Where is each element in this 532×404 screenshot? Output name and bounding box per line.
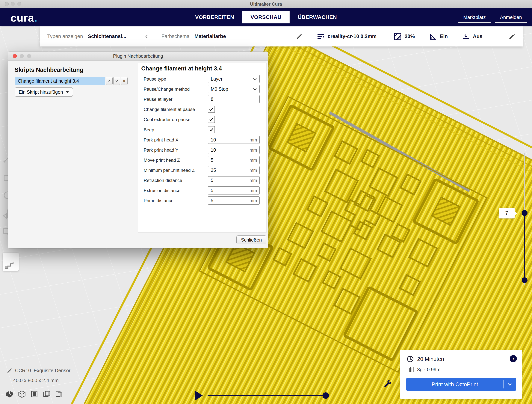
field-row: Park print head X mm xyxy=(138,136,266,145)
post-processing-indicator[interactable] xyxy=(3,253,19,271)
infill-value[interactable]: 20% xyxy=(405,33,415,39)
field-row: Park print head Y mm xyxy=(138,146,266,155)
unit-label: mm xyxy=(249,178,257,183)
field-label: Minimum par...rint head Z xyxy=(144,168,195,173)
dialog-titlebar[interactable]: Plugin Nachbearbeitung xyxy=(8,51,268,61)
material-usage: 3g · 0.99m xyxy=(417,367,440,372)
add-script-label: Ein Skript hinzufügen xyxy=(19,89,63,95)
view-type-dropdown[interactable]: Schichtenansi... xyxy=(88,33,127,39)
collapse-panel-icon[interactable] xyxy=(144,34,149,39)
view-3d-icon[interactable] xyxy=(6,390,13,398)
playback-track[interactable] xyxy=(208,395,329,396)
adjust-tool-icon[interactable] xyxy=(383,379,392,388)
info-icon[interactable]: i xyxy=(510,355,517,362)
add-script-button[interactable]: Ein Skript hinzufügen xyxy=(15,88,73,96)
scripts-heading: Skripts Nachbearbeitung xyxy=(15,66,83,73)
layer-slider-range xyxy=(524,213,525,280)
field-label: Park print head X xyxy=(144,137,178,143)
camera-view-buttons xyxy=(6,390,63,398)
edit-model-name-icon[interactable] xyxy=(7,368,12,373)
view-right-icon[interactable] xyxy=(55,390,63,398)
field-row: Change filament at pause xyxy=(138,105,266,114)
unit-label: mm xyxy=(249,147,257,153)
infill-icon xyxy=(394,33,402,40)
support-value[interactable]: Ein xyxy=(440,33,448,39)
chevron-up-icon xyxy=(107,79,111,83)
field-row: Pause/Change method M0 Stop xyxy=(138,85,266,94)
stage-tabs: VORBEREITEN VORSCHAU ÜBERWACHEN xyxy=(187,11,345,23)
field-label: Pause at layer xyxy=(144,97,172,102)
adhesion-value[interactable]: Aus xyxy=(473,33,482,39)
unit-label: mm xyxy=(249,198,257,203)
stage-toolbar: Typen anzeigen Schichtenansi... Farbsche… xyxy=(40,26,523,46)
dialog-title: Plugin Nachbearbeitung xyxy=(8,51,268,61)
settings-heading: Change filament at height 3.4 xyxy=(141,65,222,72)
field-label: Retraction distance xyxy=(144,178,182,183)
signin-button[interactable]: Anmelden xyxy=(495,12,527,23)
tab-preview[interactable]: VORSCHAU xyxy=(242,11,290,23)
marketplace-button[interactable]: Marktplatz xyxy=(458,12,491,23)
field-row: Extrusion distance mm xyxy=(138,186,266,195)
material-usage-icon xyxy=(407,367,414,372)
field-row: Cool extruder on pause xyxy=(138,115,266,124)
pause-at-layer-input[interactable] xyxy=(208,95,260,103)
playback-handle[interactable] xyxy=(323,392,329,399)
change-filament-checkbox[interactable] xyxy=(208,106,215,113)
field-label: Prime distance xyxy=(144,198,173,203)
printer-profile-dropdown[interactable]: creality-cr-10 0.2mm xyxy=(328,33,377,39)
field-row: Retraction distance mm xyxy=(138,176,266,185)
pause-type-select[interactable]: Layer xyxy=(208,75,260,83)
field-row: Beep xyxy=(138,126,266,135)
clock-icon xyxy=(407,355,414,363)
field-label: Beep xyxy=(144,127,154,133)
pause-method-select[interactable]: M0 Stop xyxy=(208,85,260,93)
field-row: Pause type Layer xyxy=(138,75,266,84)
field-row: Pause at layer xyxy=(138,95,266,104)
layer-slider-lower-handle[interactable] xyxy=(522,277,527,283)
tab-monitor[interactable]: ÜBERWACHEN xyxy=(290,11,345,23)
color-scheme-dropdown[interactable]: Materialfarbe xyxy=(194,33,226,39)
move-script-up-button[interactable] xyxy=(106,77,113,85)
select-value: M0 Stop xyxy=(208,86,253,92)
print-with-octoprint-button[interactable]: Print with OctoPrint xyxy=(406,378,516,391)
macos-titlebar: Ultimaker Cura xyxy=(0,0,532,8)
tab-prepare[interactable]: VORBEREITEN xyxy=(187,11,242,23)
close-dialog-button[interactable]: Schließen xyxy=(236,235,266,244)
cool-extruder-checkbox[interactable] xyxy=(208,116,215,123)
print-button-label: Print with OctoPrint xyxy=(406,381,503,387)
field-label: Park print head Y xyxy=(144,147,178,153)
view-top-icon[interactable] xyxy=(30,390,38,398)
view-front-icon[interactable] xyxy=(18,390,26,398)
unit-label: mm xyxy=(249,168,257,173)
play-button[interactable] xyxy=(195,391,203,401)
close-icon: × xyxy=(123,78,126,83)
adhesion-icon xyxy=(462,33,470,40)
script-settings-panel: Change filament at height 3.4 Pause type… xyxy=(138,63,266,232)
field-label: Extrusion distance xyxy=(144,188,180,193)
layer-slider-upper-handle[interactable] xyxy=(522,210,527,216)
remove-script-button[interactable]: × xyxy=(121,77,127,85)
field-label: Move print head Z xyxy=(144,158,180,163)
view-type-label: Typen anzeigen xyxy=(47,33,83,39)
print-options-dropdown[interactable] xyxy=(504,382,516,387)
edit-pencil-icon[interactable] xyxy=(296,33,303,40)
script-list-item-selected[interactable]: Change filament at height 3.4 xyxy=(15,77,105,85)
chevron-down-icon xyxy=(253,77,257,81)
unit-label: mm xyxy=(249,188,257,193)
check-icon xyxy=(209,127,214,132)
model-name: CCR10_Exquisite Densor xyxy=(15,368,70,373)
move-script-down-button[interactable] xyxy=(113,77,120,85)
color-scheme-label: Farbschema xyxy=(161,33,190,39)
printer-profile-icon xyxy=(317,33,325,40)
support-icon xyxy=(429,33,437,40)
beep-checkbox[interactable] xyxy=(208,126,215,133)
check-icon xyxy=(209,107,214,112)
field-row: Minimum par...rint head Z mm xyxy=(138,166,266,175)
view-left-icon[interactable] xyxy=(43,390,51,398)
field-label: Pause type xyxy=(144,77,166,82)
unit-label: mm xyxy=(249,158,257,163)
chevron-down-icon xyxy=(253,87,257,91)
stairs-icon xyxy=(5,261,13,269)
cura-logo: cura. xyxy=(11,12,38,24)
edit-print-settings-icon[interactable] xyxy=(508,33,515,40)
